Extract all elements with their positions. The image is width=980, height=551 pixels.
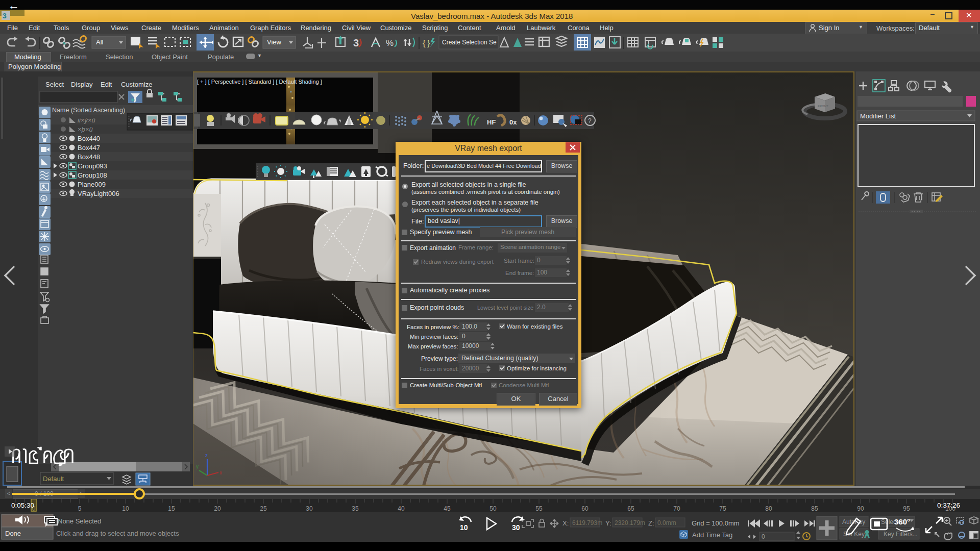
svg-text:Box448: Box448 bbox=[78, 153, 100, 161]
svg-text:3: 3 bbox=[353, 37, 359, 48]
svg-text:35: 35 bbox=[352, 505, 359, 512]
svg-text:5: 5 bbox=[78, 505, 82, 512]
svg-text:40: 40 bbox=[398, 505, 405, 512]
svg-text:Box447: Box447 bbox=[78, 144, 100, 152]
svg-text:10: 10 bbox=[460, 523, 468, 532]
svg-text:Done: Done bbox=[5, 530, 21, 537]
svg-text:30: 30 bbox=[306, 505, 313, 512]
svg-text:30: 30 bbox=[512, 523, 520, 532]
svg-text:y: y bbox=[196, 464, 199, 469]
svg-text:55: 55 bbox=[535, 505, 543, 512]
svg-text:VRayLight006: VRayLight006 bbox=[78, 190, 119, 197]
svg-text:Modifier List: Modifier List bbox=[860, 112, 896, 120]
svg-text:15: 15 bbox=[168, 505, 175, 512]
svg-text:View: View bbox=[267, 38, 282, 46]
svg-text:FRONT: FRONT bbox=[818, 105, 828, 108]
svg-text:Display: Display bbox=[71, 81, 93, 88]
svg-text:Click and drag to select and m: Click and drag to select and move object… bbox=[56, 530, 179, 537]
svg-text:×þ×ü: ×þ×ü bbox=[78, 126, 93, 133]
svg-text:ii×ý×û: ii×ý×û bbox=[78, 116, 95, 124]
svg-text:20: 20 bbox=[214, 505, 221, 512]
svg-text:10: 10 bbox=[122, 505, 129, 512]
svg-text:Grid = 100.0mm: Grid = 100.0mm bbox=[692, 519, 740, 527]
svg-text:Create Selection Se: Create Selection Se bbox=[442, 39, 497, 46]
svg-text:50: 50 bbox=[489, 505, 497, 512]
svg-text:None Selected: None Selected bbox=[58, 517, 101, 525]
svg-text:Y:: Y: bbox=[605, 519, 611, 527]
svg-text:Customize: Customize bbox=[121, 81, 152, 88]
svg-text:45: 45 bbox=[444, 505, 451, 512]
svg-text:75: 75 bbox=[719, 505, 726, 512]
svg-text:2320.179m: 2320.179m bbox=[615, 519, 645, 527]
svg-text:Box440: Box440 bbox=[78, 135, 100, 142]
svg-text:65: 65 bbox=[627, 505, 634, 512]
svg-text:0.0mm: 0.0mm bbox=[657, 519, 676, 527]
svg-text:0x: 0x bbox=[509, 118, 517, 126]
svg-text:Add Time Tag: Add Time Tag bbox=[692, 531, 732, 539]
svg-text:?: ? bbox=[588, 117, 592, 124]
svg-text:Plane009: Plane009 bbox=[78, 181, 106, 188]
svg-text:z: z bbox=[205, 453, 208, 458]
svg-text:Group093: Group093 bbox=[78, 162, 107, 170]
svg-text:All: All bbox=[96, 38, 104, 46]
svg-text:25: 25 bbox=[260, 505, 267, 512]
svg-text:0: 0 bbox=[762, 533, 765, 540]
svg-text:70: 70 bbox=[673, 505, 680, 512]
svg-text:%: % bbox=[386, 38, 394, 48]
svg-text:X:: X: bbox=[562, 519, 569, 527]
svg-text:HF: HF bbox=[487, 118, 496, 126]
svg-text:6119.793m: 6119.793m bbox=[572, 519, 602, 527]
svg-text:80: 80 bbox=[765, 505, 772, 512]
svg-text:Z:: Z: bbox=[648, 519, 654, 527]
svg-text:x: x bbox=[219, 470, 222, 475]
svg-text:[ + ] [ Perspective ] [ Standa: [ + ] [ Perspective ] [ Standard ] [ Def… bbox=[197, 79, 322, 85]
svg-text:95: 95 bbox=[903, 505, 910, 512]
svg-text:85: 85 bbox=[811, 505, 818, 512]
svg-text:90: 90 bbox=[857, 505, 864, 512]
svg-text:Edit: Edit bbox=[101, 81, 112, 88]
svg-text:{ }: { } bbox=[423, 38, 430, 48]
svg-text:Select: Select bbox=[45, 81, 64, 88]
svg-text:Group108: Group108 bbox=[78, 171, 107, 179]
svg-text:Default: Default bbox=[43, 475, 64, 483]
svg-text:Name (Sorted Ascending): Name (Sorted Ascending) bbox=[52, 107, 125, 114]
svg-text:60: 60 bbox=[581, 505, 589, 512]
